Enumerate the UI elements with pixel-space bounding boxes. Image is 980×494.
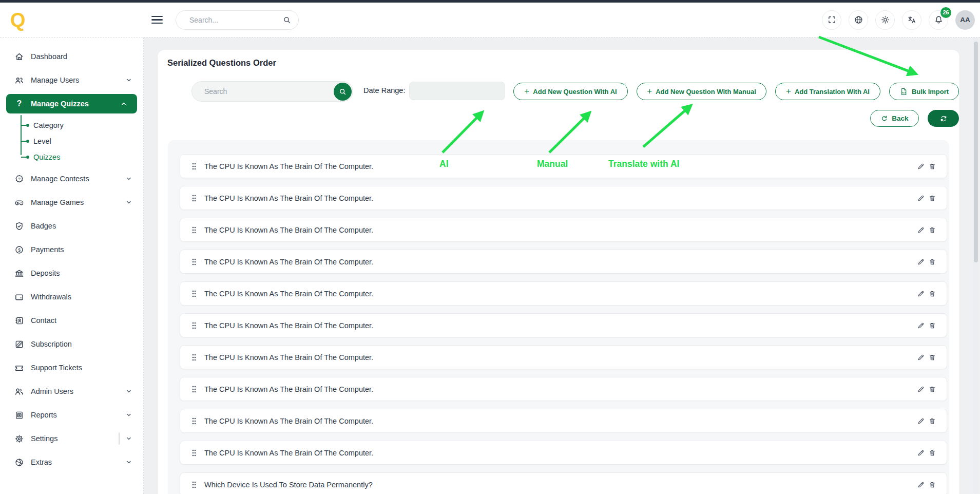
fullscreen-button[interactable] [822,10,841,30]
edit-icon[interactable] [917,449,925,457]
plus-icon: + [786,87,791,96]
sidebar-item-admin-users[interactable]: Admin Users [0,379,143,403]
header-search-input[interactable] [189,16,282,24]
delete-icon[interactable] [928,353,936,362]
delete-icon[interactable] [928,417,936,425]
question-text: The CPU Is Known As The Brain Of The Com… [204,194,917,202]
question-row[interactable]: The CPU Is Known As The Brain Of The Com… [180,313,947,337]
edit-icon[interactable] [917,226,925,234]
xls-file-icon: XLS [899,87,908,96]
drag-handle-icon[interactable] [191,385,197,393]
delete-icon[interactable] [928,162,936,170]
sidebar-item-badges[interactable]: Badges [0,214,143,238]
edit-icon[interactable] [917,162,925,170]
sidebar-item-reports[interactable]: Reports [0,403,143,427]
page-scrollbar-thumb[interactable] [974,42,978,262]
hamburger-menu-icon[interactable] [151,14,163,26]
sidebar-scrollbar-thumb[interactable] [119,432,120,445]
logo-area: Q [0,10,144,30]
add-new-question-with-ai-button[interactable]: + Add New Question With AI [513,83,628,100]
drag-handle-icon[interactable] [191,258,197,266]
question-text: The CPU Is Known As The Brain Of The Com… [204,417,917,425]
drag-handle-icon[interactable] [191,321,197,330]
drag-handle-icon[interactable] [191,162,197,170]
delete-icon[interactable] [928,321,936,330]
sidebar-item-support-tickets[interactable]: Support Tickets [0,356,143,379]
sidebar-item-extras[interactable]: Extras [0,450,143,474]
sidebar-item-contact[interactable]: Contact [0,309,143,332]
submenu-item-level[interactable]: Level [0,133,143,149]
sidebar-item-manage-users[interactable]: Manage Users [0,68,143,92]
submenu-item-category[interactable]: Category [0,117,143,133]
question-row[interactable]: The CPU Is Known As The Brain Of The Com… [180,154,947,178]
delete-icon[interactable] [928,226,936,234]
delete-icon[interactable] [928,194,936,202]
bulk-import-button[interactable]: XLS Bulk Import [889,83,959,100]
drag-handle-icon[interactable] [191,194,197,202]
delete-icon[interactable] [928,449,936,457]
search-icon[interactable] [282,15,292,25]
question-text: The CPU Is Known As The Brain Of The Com… [204,385,917,393]
sidebar-item-deposits[interactable]: Deposits [0,261,143,285]
edit-icon[interactable] [917,481,925,489]
edit-icon[interactable] [917,321,925,330]
question-row[interactable]: The CPU Is Known As The Brain Of The Com… [180,281,947,306]
language-globe-button[interactable] [849,10,868,30]
edit-icon[interactable] [917,258,925,266]
search-submit-button[interactable] [334,83,352,101]
delete-icon[interactable] [928,290,936,298]
notifications-button[interactable]: 26 [929,10,948,30]
page-scrollbar[interactable] [973,37,978,494]
question-row[interactable]: The CPU Is Known As The Brain Of The Com… [180,441,947,465]
plus-icon: + [647,87,652,96]
translate-button[interactable] [902,10,921,30]
edit-icon[interactable] [917,385,925,393]
sidebar-item-manage-games[interactable]: Manage Games [0,191,143,214]
chevron-down-icon [126,435,132,442]
notification-count-badge: 26 [940,7,951,18]
question-row[interactable]: The CPU Is Known As The Brain Of The Com… [180,409,947,433]
question-text: The CPU Is Known As The Brain Of The Com… [204,162,917,170]
edit-icon[interactable] [917,353,925,362]
question-text: The CPU Is Known As The Brain Of The Com… [204,449,917,457]
sidebar-item-dashboard[interactable]: Dashboard [0,45,143,68]
add-new-question-with-manual-button[interactable]: + Add New Question With Manual [637,83,766,100]
drag-handle-icon[interactable] [191,481,197,489]
question-row[interactable]: The CPU Is Known As The Brain Of The Com… [180,345,947,369]
question-row[interactable]: Which Device Is Used To Store Data Perma… [180,472,947,494]
drag-handle-icon[interactable] [191,449,197,457]
edit-icon[interactable] [917,290,925,298]
dollar-circle-icon: $ [14,245,24,255]
delete-icon[interactable] [928,258,936,266]
submenu-item-quizzes[interactable]: Quizzes [0,149,143,165]
drag-handle-icon[interactable] [191,417,197,425]
gamepad-icon [14,198,24,207]
refresh-order-button[interactable] [928,110,959,127]
date-range-input[interactable] [409,82,505,100]
edit-icon[interactable] [917,417,925,425]
avatar[interactable]: AA [955,10,975,30]
sidebar-item-withdrawals[interactable]: Withdrawals [0,285,143,309]
questions-search-input[interactable] [204,87,353,96]
light-mode-button[interactable] [875,10,895,30]
sidebar-item-manage-quizzes[interactable]: ? Manage Quizzes [6,94,137,113]
question-row[interactable]: The CPU Is Known As The Brain Of The Com… [180,186,947,210]
question-row[interactable]: The CPU Is Known As The Brain Of The Com… [180,218,947,242]
back-button[interactable]: Back [870,110,919,127]
chevron-down-icon [126,199,132,205]
delete-icon[interactable] [928,481,936,489]
delete-icon[interactable] [928,385,936,393]
drag-handle-icon[interactable] [191,226,197,234]
edit-icon[interactable] [917,194,925,202]
question-row[interactable]: The CPU Is Known As The Brain Of The Com… [180,250,947,274]
drag-handle-icon[interactable] [191,290,197,298]
sidebar-item-subscription[interactable]: Subscription [0,332,143,356]
drag-handle-icon[interactable] [191,353,197,362]
page-title: Serialized Questions Order [167,58,276,68]
add-translation-with-ai-button[interactable]: + Add Translation With AI [775,83,880,100]
sidebar-item-payments[interactable]: $ Payments [0,238,143,261]
sidebar-item-settings[interactable]: Settings [0,427,143,450]
app-logo[interactable]: Q [10,9,25,31]
sidebar-item-manage-contests[interactable]: ? Manage Contests [0,167,143,191]
question-row[interactable]: The CPU Is Known As The Brain Of The Com… [180,377,947,401]
